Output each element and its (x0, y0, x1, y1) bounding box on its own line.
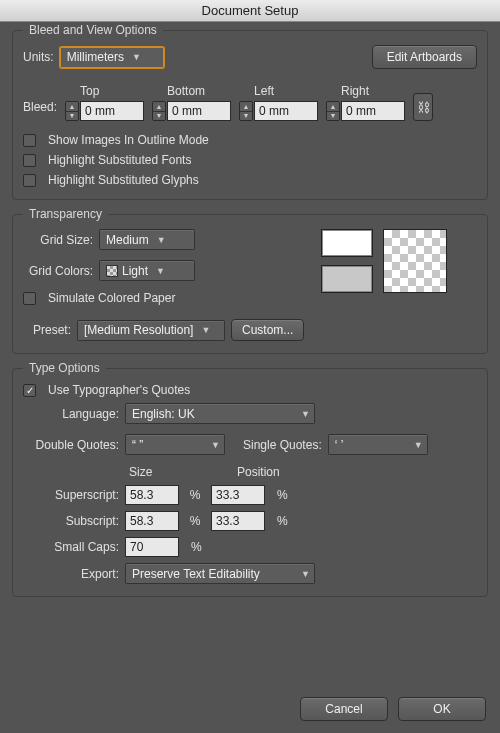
ok-button[interactable]: OK (398, 697, 486, 721)
bleed-left-stepper[interactable]: ▲▼ (239, 101, 253, 121)
size-header: Size (129, 465, 197, 479)
language-dropdown[interactable]: English: UK ▼ (125, 403, 315, 424)
position-header: Position (237, 465, 280, 479)
smallcaps-input[interactable]: 70 (125, 537, 179, 557)
units-dropdown[interactable]: Millimeters ▼ (60, 47, 164, 68)
simulate-paper-label: Simulate Colored Paper (48, 291, 175, 305)
grid-size-label: Grid Size: (23, 233, 93, 247)
bleed-bottom-input[interactable]: 0 mm (167, 101, 231, 121)
type-options-legend: Type Options (23, 361, 106, 375)
export-value: Preserve Text Editability (132, 567, 260, 581)
preset-label: Preset: (23, 323, 71, 337)
subscript-label: Subscript: (23, 514, 119, 528)
double-quotes-dropdown[interactable]: “ ” ▼ (125, 434, 225, 455)
highlight-glyphs-label: Highlight Substituted Glyphs (48, 173, 199, 187)
highlight-fonts-checkbox[interactable] (23, 154, 36, 167)
bleed-top-stepper[interactable]: ▲▼ (65, 101, 79, 121)
edit-artboards-button[interactable]: Edit Artboards (372, 45, 477, 69)
bleed-right-label: Right (326, 84, 405, 98)
type-options-group: Type Options Use Typographer's Quotes La… (12, 368, 488, 597)
bleed-bottom-stepper[interactable]: ▲▼ (152, 101, 166, 121)
pct-label: % (185, 514, 205, 528)
units-label: Units: (23, 50, 54, 64)
superscript-label: Superscript: (23, 488, 119, 502)
chevron-down-icon: ▼ (301, 569, 310, 579)
superscript-position-input[interactable]: 33.3 (211, 485, 265, 505)
bleed-view-legend: Bleed and View Options (23, 23, 163, 37)
pct-label: % (277, 488, 288, 502)
bleed-left-input[interactable]: 0 mm (254, 101, 318, 121)
grid-colors-label: Grid Colors: (23, 264, 93, 278)
grid-color-light-swatch[interactable] (321, 229, 373, 257)
superscript-size-input[interactable]: 58.3 (125, 485, 179, 505)
chevron-down-icon: ▼ (157, 235, 166, 245)
chevron-down-icon: ▼ (156, 266, 165, 276)
language-label: Language: (23, 407, 119, 421)
export-label: Export: (23, 567, 119, 581)
bleed-top-label: Top (65, 84, 144, 98)
single-quotes-dropdown[interactable]: ‘ ’ ▼ (328, 434, 428, 455)
typographers-quotes-label: Use Typographer's Quotes (48, 383, 190, 397)
typographers-quotes-checkbox[interactable] (23, 384, 36, 397)
bleed-bottom-label: Bottom (152, 84, 231, 98)
pct-label: % (191, 540, 202, 554)
bleed-right-input[interactable]: 0 mm (341, 101, 405, 121)
language-value: English: UK (132, 407, 195, 421)
bleed-view-group: Bleed and View Options Units: Millimeter… (12, 30, 488, 200)
preset-value: [Medium Resolution] (84, 323, 193, 337)
double-quotes-value: “ ” (132, 438, 143, 452)
grid-pattern-icon (106, 265, 118, 277)
subscript-position-input[interactable]: 33.3 (211, 511, 265, 531)
transparency-preview (383, 229, 447, 293)
chevron-down-icon: ▼ (201, 325, 210, 335)
transparency-group: Transparency Grid Size: Medium ▼ Grid Co… (12, 214, 488, 354)
show-images-checkbox[interactable] (23, 134, 36, 147)
subscript-size-input[interactable]: 58.3 (125, 511, 179, 531)
export-dropdown[interactable]: Preserve Text Editability ▼ (125, 563, 315, 584)
preset-dropdown[interactable]: [Medium Resolution] ▼ (77, 320, 225, 341)
grid-size-value: Medium (106, 233, 149, 247)
smallcaps-label: Small Caps: (23, 540, 119, 554)
chevron-down-icon: ▼ (301, 409, 310, 419)
custom-button[interactable]: Custom... (231, 319, 304, 341)
pct-label: % (277, 514, 288, 528)
bleed-label: Bleed: (23, 100, 57, 114)
grid-color-dark-swatch[interactable] (321, 265, 373, 293)
link-bleed-button[interactable]: ⛓ (413, 93, 433, 121)
transparency-legend: Transparency (23, 207, 108, 221)
bleed-top-input[interactable]: 0 mm (80, 101, 144, 121)
show-images-label: Show Images In Outline Mode (48, 133, 209, 147)
chevron-down-icon: ▼ (132, 52, 141, 62)
units-value: Millimeters (67, 50, 124, 64)
highlight-glyphs-checkbox[interactable] (23, 174, 36, 187)
grid-colors-dropdown[interactable]: Light ▼ (99, 260, 195, 281)
bleed-left-label: Left (239, 84, 318, 98)
single-quotes-value: ‘ ’ (335, 438, 344, 452)
simulate-paper-checkbox[interactable] (23, 292, 36, 305)
pct-label: % (185, 488, 205, 502)
double-quotes-label: Double Quotes: (23, 438, 119, 452)
grid-size-dropdown[interactable]: Medium ▼ (99, 229, 195, 250)
chevron-down-icon: ▼ (414, 440, 423, 450)
window-title: Document Setup (0, 0, 500, 22)
single-quotes-label: Single Quotes: (243, 438, 322, 452)
grid-colors-value: Light (122, 264, 148, 278)
cancel-button[interactable]: Cancel (300, 697, 388, 721)
highlight-fonts-label: Highlight Substituted Fonts (48, 153, 191, 167)
chevron-down-icon: ▼ (211, 440, 220, 450)
bleed-right-stepper[interactable]: ▲▼ (326, 101, 340, 121)
